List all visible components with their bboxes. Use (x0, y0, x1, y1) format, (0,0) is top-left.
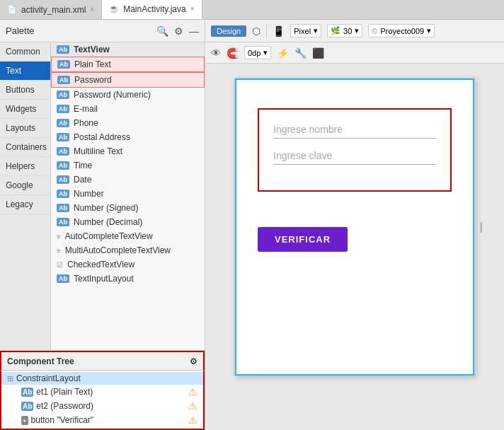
palette-icons: 🔍 ⚙ — (156, 25, 199, 37)
category-text[interactable]: Text (0, 62, 50, 81)
margin-label: 0dp (248, 49, 260, 57)
tree-constraint-layout[interactable]: ⊞ ConstraintLayout (1, 372, 203, 385)
widget-number-signed[interactable]: Ab Number (Signed) (51, 201, 205, 215)
component-tree-settings-icon[interactable]: ⚙ (190, 356, 197, 366)
tab-java-close[interactable]: × (190, 5, 195, 13)
pixel-label: Pixel (294, 27, 311, 35)
canvas-area: Ingrese nombre Ingrese clave VERIFICAR | (205, 64, 504, 430)
widget-date[interactable]: Ab Date (51, 173, 205, 187)
date-label: Date (74, 175, 91, 185)
project-select[interactable]: © Proyecto009 ▾ (368, 24, 435, 37)
settings-icon[interactable]: ⚙ (174, 25, 183, 37)
layout-icon: ⊞ (7, 374, 13, 383)
category-helpers[interactable]: Helpers (0, 157, 50, 176)
tree-et2[interactable]: Ab et2 (Password) ⚠ (1, 399, 203, 413)
category-common[interactable]: Common (0, 42, 50, 62)
collapse-icon[interactable]: — (189, 25, 199, 37)
widget-number[interactable]: Ab Number (51, 187, 205, 201)
palette-header: Palette 🔍 ⚙ — (0, 20, 205, 42)
warning-icon[interactable]: ⚡ (277, 47, 289, 59)
number-signed-label: Number (Signed) (74, 203, 138, 213)
pixel-select[interactable]: Pixel ▾ (290, 24, 321, 37)
margin-select[interactable]: 0dp ▾ (244, 46, 271, 59)
widget-password[interactable]: Ab Password (51, 72, 205, 88)
ab-icon: Ab (57, 45, 69, 54)
ab-numdecimal-icon: Ab (57, 218, 69, 226)
ab-pwnum-icon: Ab (57, 91, 69, 99)
tab-bar: 📄 activity_main.xml × ☕ MainActivity.jav… (0, 0, 504, 20)
ab-numsigned-icon: Ab (57, 204, 69, 212)
widget-number-decimal[interactable]: Ab Number (Decimal) (51, 215, 205, 229)
name-placeholder: Ingrese nombre (273, 124, 343, 135)
eye-icon[interactable]: 👁 (211, 47, 221, 59)
textview-label: TextView (74, 45, 110, 54)
separator-1 (266, 24, 267, 38)
postal-label: Postal Address (74, 132, 130, 142)
tree-button[interactable]: ▪ button "Verificar" ⚠ (1, 413, 203, 427)
ab-multiline-icon: Ab (57, 147, 69, 156)
email-label: E-mail (74, 104, 98, 114)
project-chevron-icon: ▾ (427, 26, 431, 35)
resize-handle-icon: | (480, 221, 483, 233)
widget-checked-textview[interactable]: ☑ CheckedTextView (51, 257, 205, 272)
category-google[interactable]: Google (0, 176, 50, 195)
ab-postal-icon: Ab (57, 133, 69, 141)
design-toolbar: Design ⬡ 📱 Pixel ▾ 🌿 30 ▾ © Proyecto009 … (205, 20, 504, 42)
margin-chevron-icon: ▾ (263, 48, 268, 57)
category-widgets[interactable]: Widgets (0, 100, 50, 119)
device-frame-inner: Ingrese nombre Ingrese clave VERIFICAR (235, 79, 474, 376)
design-button[interactable]: Design (211, 25, 246, 37)
widget-plain-text[interactable]: Ab Plain Text (51, 57, 205, 72)
ab-plain-icon: Ab (57, 60, 70, 69)
magnet-icon[interactable]: 🧲 (227, 47, 239, 59)
checked-textview-icon: ☑ (57, 261, 63, 269)
phone-label: Phone (74, 118, 98, 128)
multi-autocomplete-label: MultiAutoCompleteTextView (65, 245, 171, 255)
category-containers[interactable]: Containers (0, 138, 50, 157)
zoom-select[interactable]: 🌿 30 ▾ (327, 24, 362, 37)
align-icon[interactable]: ⬛ (312, 47, 324, 59)
widget-textinput-layout[interactable]: Ab TextInputLayout (51, 272, 205, 286)
widget-phone[interactable]: Ab Phone (51, 116, 205, 130)
widget-list: Ab TextView Ab Plain Text Ab Password (51, 42, 205, 350)
tab-xml-label: activity_main.xml (21, 5, 86, 15)
widget-password-numeric[interactable]: Ab Password (Numeric) (51, 88, 205, 102)
blueprint-icon[interactable]: ⬡ (252, 25, 260, 37)
selected-component-box: Ingrese nombre Ingrese clave (258, 108, 452, 192)
widget-autocomplete[interactable]: ≡ AutoCompleteTextView (51, 229, 205, 243)
search-icon[interactable]: 🔍 (156, 25, 168, 37)
tab-java[interactable]: ☕ MainActivity.java × (102, 0, 202, 19)
tab-xml-close[interactable]: × (90, 6, 94, 13)
widget-postal[interactable]: Ab Postal Address (51, 130, 205, 144)
pixel-chevron-icon: ▾ (314, 26, 318, 35)
form-field-password[interactable]: Ingrese clave (273, 150, 436, 165)
ab-number-icon: Ab (57, 190, 69, 198)
tab-xml[interactable]: 📄 activity_main.xml × (0, 0, 102, 19)
zoom-chevron-icon: ▾ (355, 26, 359, 35)
category-buttons[interactable]: Buttons (0, 81, 50, 100)
ab-textinput-icon: Ab (57, 274, 69, 283)
ab-phone-icon: Ab (57, 119, 69, 127)
category-layouts[interactable]: Layouts (0, 119, 50, 138)
number-label: Number (74, 189, 104, 199)
java-file-icon: ☕ (109, 4, 119, 13)
btn-icon: ▪ (21, 416, 28, 425)
palette-bottom: Component Tree ⚙ ⊞ ConstraintLayout Ab (0, 350, 205, 430)
category-legacy[interactable]: Legacy (0, 195, 50, 214)
widget-multiline[interactable]: Ab Multiline Text (51, 144, 205, 158)
multi-autocomplete-icon: ≡ (57, 247, 61, 255)
tree-et1[interactable]: Ab et1 (Plain Text) ⚠ (1, 385, 203, 399)
verify-button[interactable]: VERIFICAR (258, 227, 348, 252)
ab-time-icon: Ab (57, 161, 69, 170)
time-label: Time (74, 161, 92, 170)
multiline-label: Multiline Text (74, 146, 122, 156)
widget-time[interactable]: Ab Time (51, 158, 205, 173)
orientation-icon[interactable]: 📱 (273, 25, 285, 37)
number-decimal-label: Number (Decimal) (74, 217, 142, 227)
form-field-name[interactable]: Ingrese nombre (273, 124, 436, 139)
tools-icon[interactable]: 🔧 (294, 47, 307, 59)
widget-email[interactable]: Ab E-mail (51, 102, 205, 116)
component-tree: Component Tree ⚙ ⊞ ConstraintLayout Ab (0, 350, 205, 430)
widget-multi-autocomplete[interactable]: ≡ MultiAutoCompleteTextView (51, 243, 205, 257)
component-tree-body: ⊞ ConstraintLayout Ab et1 (Plain Text) ⚠ (0, 371, 205, 430)
